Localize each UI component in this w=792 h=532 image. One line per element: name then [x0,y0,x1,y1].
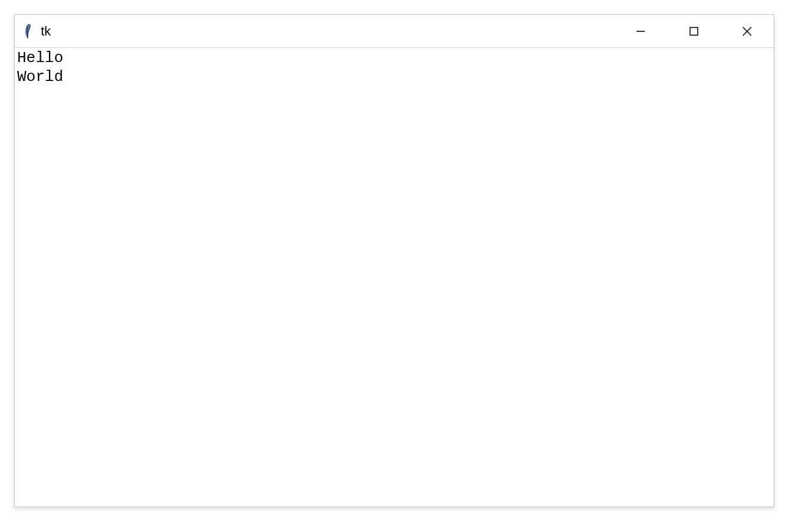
svg-rect-1 [690,27,698,35]
text-widget[interactable]: Hello World [15,48,774,507]
close-button[interactable] [720,15,774,47]
minimize-icon [635,25,647,37]
window-controls [614,15,774,47]
maximize-button[interactable] [667,15,720,47]
feather-icon [22,22,35,40]
titlebar[interactable]: tk [15,15,774,48]
minimize-button[interactable] [614,15,667,47]
app-window: tk Hello World [14,14,774,507]
close-icon [741,25,753,37]
window-title: tk [41,24,614,39]
maximize-icon [689,26,699,37]
